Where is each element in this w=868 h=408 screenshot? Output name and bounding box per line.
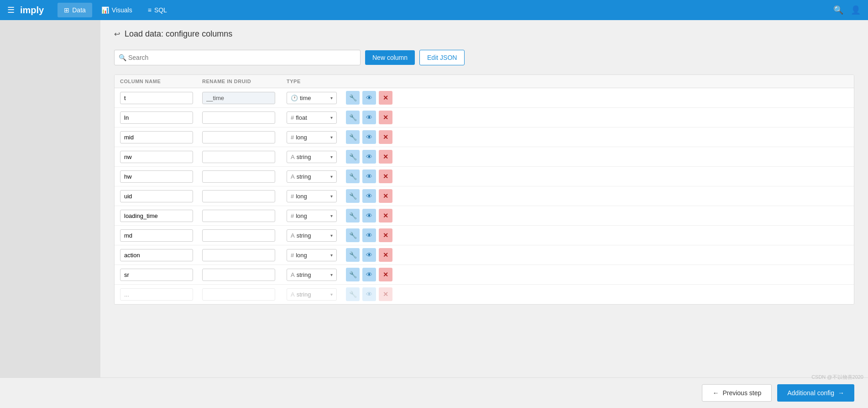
delete-button[interactable]: ✕ xyxy=(379,189,392,203)
preview-button[interactable]: 👁 xyxy=(362,228,376,242)
text-icon: A xyxy=(291,154,295,160)
preview-button[interactable]: 👁 xyxy=(362,268,376,281)
close-icon: ✕ xyxy=(383,133,388,141)
rename-input[interactable] xyxy=(202,249,275,261)
rename-input[interactable] xyxy=(202,170,275,183)
preview-button[interactable]: 👁 xyxy=(362,170,376,183)
app-layout: ↩ Load data: configure columns 🔍 New col… xyxy=(0,20,868,408)
delete-button[interactable]: ✕ xyxy=(379,268,392,281)
column-name-input[interactable] xyxy=(120,210,193,222)
type-selector[interactable]: A string ▾ xyxy=(287,170,337,183)
column-name-input[interactable] xyxy=(120,269,193,281)
rename-input[interactable] xyxy=(202,111,275,124)
rename-input[interactable] xyxy=(202,190,275,202)
column-name-input[interactable] xyxy=(120,229,193,242)
user-icon[interactable]: 👤 xyxy=(851,5,861,15)
preview-button[interactable]: 👁 xyxy=(362,130,376,144)
preview-button[interactable]: 👁 xyxy=(362,287,376,301)
configure-button[interactable]: 🔧 xyxy=(346,248,360,262)
prev-step-label: Previous step xyxy=(722,389,761,397)
edit-json-button[interactable]: Edit JSON xyxy=(419,50,465,65)
col-rename-cell xyxy=(202,229,287,242)
page-header: ↩ Load data: configure columns xyxy=(114,29,854,39)
column-name-input[interactable] xyxy=(120,190,193,202)
search-icon[interactable]: 🔍 xyxy=(833,5,843,15)
column-name-input[interactable] xyxy=(120,288,193,301)
delete-button[interactable]: ✕ xyxy=(379,170,392,183)
rename-input[interactable] xyxy=(202,229,275,242)
rename-input[interactable] xyxy=(202,288,275,301)
menu-icon[interactable]: ☰ xyxy=(7,5,15,15)
delete-button[interactable]: ✕ xyxy=(379,209,392,223)
column-name-input[interactable] xyxy=(120,131,193,143)
rename-input[interactable] xyxy=(202,92,275,104)
chevron-down-icon: ▾ xyxy=(330,272,333,277)
configure-button[interactable]: 🔧 xyxy=(346,111,360,124)
configure-button[interactable]: 🔧 xyxy=(346,287,360,301)
type-selector[interactable]: 🕐 time ▾ xyxy=(287,92,337,104)
preview-button[interactable]: 👁 xyxy=(362,189,376,203)
nav-item-visuals[interactable]: 📊 Visuals xyxy=(95,3,139,17)
new-column-button[interactable]: New column xyxy=(365,50,415,65)
preview-button[interactable]: 👁 xyxy=(362,209,376,223)
configure-button[interactable]: 🔧 xyxy=(346,130,360,144)
nav-item-data[interactable]: ⊞ Data xyxy=(58,3,92,17)
configure-button[interactable]: 🔧 xyxy=(346,209,360,223)
delete-button[interactable]: ✕ xyxy=(379,287,392,301)
configure-button[interactable]: 🔧 xyxy=(346,189,360,203)
type-selector[interactable]: A string ▾ xyxy=(287,288,337,301)
type-selector[interactable]: A string ▾ xyxy=(287,269,337,281)
back-button[interactable]: ↩ xyxy=(114,30,120,38)
col-type-cell: 🕐 time ▾ xyxy=(287,92,341,104)
column-name-input[interactable] xyxy=(120,111,193,124)
search-input[interactable] xyxy=(114,50,361,65)
row-actions: 🔧 👁 ✕ xyxy=(341,287,848,301)
col-rename-cell xyxy=(202,190,287,202)
delete-button[interactable]: ✕ xyxy=(379,111,392,124)
eye-icon: 👁 xyxy=(366,94,372,101)
delete-button[interactable]: ✕ xyxy=(379,91,392,105)
wrench-icon: 🔧 xyxy=(349,173,357,180)
rename-input[interactable] xyxy=(202,210,275,222)
delete-button[interactable]: ✕ xyxy=(379,248,392,262)
configure-button[interactable]: 🔧 xyxy=(346,170,360,183)
type-selector[interactable]: # long ▾ xyxy=(287,190,337,202)
sidebar xyxy=(0,20,100,408)
configure-button[interactable]: 🔧 xyxy=(346,91,360,105)
table-row: # long ▾ 🔧 👁 ✕ xyxy=(115,206,854,226)
type-selector[interactable]: # float ▾ xyxy=(287,111,337,124)
wrench-icon: 🔧 xyxy=(349,153,357,160)
col-rename-cell xyxy=(202,111,287,124)
prev-step-button[interactable]: ← Previous step xyxy=(702,384,772,402)
rename-input[interactable] xyxy=(202,269,275,281)
delete-button[interactable]: ✕ xyxy=(379,228,392,242)
type-selector[interactable]: # long ▾ xyxy=(287,249,337,261)
type-selector[interactable]: # long ▾ xyxy=(287,210,337,222)
type-selector[interactable]: A string ▾ xyxy=(287,229,337,242)
column-name-input[interactable] xyxy=(120,249,193,261)
column-name-input[interactable] xyxy=(120,151,193,163)
configure-button[interactable]: 🔧 xyxy=(346,228,360,242)
wrench-icon: 🔧 xyxy=(349,94,357,101)
table-row: A string ▾ 🔧 👁 ✕ xyxy=(115,167,854,186)
row-actions: 🔧 👁 ✕ xyxy=(341,268,848,281)
rename-input[interactable] xyxy=(202,131,275,143)
preview-button[interactable]: 👁 xyxy=(362,150,376,164)
type-selector[interactable]: # long ▾ xyxy=(287,131,337,143)
preview-button[interactable]: 👁 xyxy=(362,248,376,262)
delete-button[interactable]: ✕ xyxy=(379,130,392,144)
preview-button[interactable]: 👁 xyxy=(362,111,376,124)
table-row: # long ▾ 🔧 👁 ✕ xyxy=(115,186,854,206)
column-name-input[interactable] xyxy=(120,92,193,104)
configure-button[interactable]: 🔧 xyxy=(346,268,360,281)
col-header-rename: RENAME IN DRUID xyxy=(202,79,287,84)
additional-config-button[interactable]: Additional config → xyxy=(777,384,854,402)
type-selector[interactable]: A string ▾ xyxy=(287,151,337,163)
delete-button[interactable]: ✕ xyxy=(379,150,392,164)
nav-item-sql[interactable]: ≡ SQL xyxy=(141,3,173,17)
rename-input[interactable] xyxy=(202,151,275,163)
col-type-cell: # long ▾ xyxy=(287,249,341,261)
preview-button[interactable]: 👁 xyxy=(362,91,376,105)
column-name-input[interactable] xyxy=(120,170,193,183)
configure-button[interactable]: 🔧 xyxy=(346,150,360,164)
